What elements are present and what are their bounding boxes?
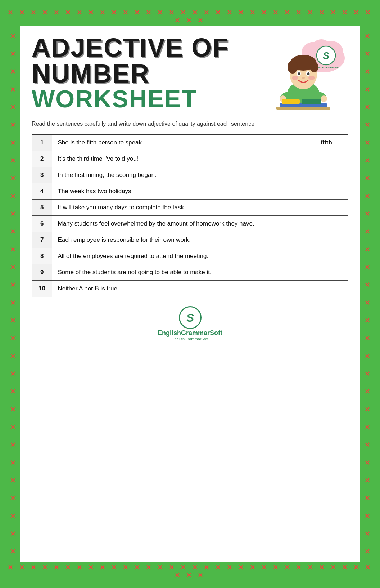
svg-rect-27	[276, 107, 330, 110]
row-number: 1	[32, 134, 52, 151]
svg-rect-26	[302, 99, 321, 104]
worksheet-table: 1She is the fifth person to speakfifth2I…	[32, 134, 348, 297]
row-answer	[305, 216, 348, 232]
row-answer	[305, 183, 348, 200]
row-sentence: All of the employees are required to att…	[52, 248, 305, 264]
svg-point-20	[307, 72, 310, 75]
bottom-border: ✕ ✕ ✕ ✕ ✕ ✕ ✕ ✕ ✕ ✕ ✕ ✕ ✕ ✕ ✕ ✕ ✕ ✕ ✕ ✕ …	[7, 562, 373, 581]
table-row: 5It will take you many days to complete …	[32, 200, 348, 216]
table-row: 1She is the fifth person to speakfifth	[32, 134, 348, 151]
row-number: 3	[32, 167, 52, 183]
row-number: 4	[32, 183, 52, 200]
title-sub: WORKSHEET	[32, 86, 269, 111]
row-number: 9	[32, 264, 52, 281]
row-answer	[305, 264, 348, 281]
row-answer	[305, 248, 348, 264]
table-row: 2It's the third time I've told you!	[32, 151, 348, 167]
top-border: ✕ ✕ ✕ ✕ ✕ ✕ ✕ ✕ ✕ ✕ ✕ ✕ ✕ ✕ ✕ ✕ ✕ ✕ ✕ ✕ …	[7, 7, 373, 26]
row-sentence: It's the third time I've told you!	[52, 151, 305, 167]
left-border: ✕✕✕✕✕ ✕✕✕✕✕ ✕✕✕✕✕ ✕✕✕✕✕ ✕✕✕✕✕ ✕✕✕✕✕	[7, 26, 18, 562]
row-sentence: She is the fifth person to speak	[52, 134, 305, 151]
table-row: 6Many students feel overwhelmed by the a…	[32, 216, 348, 232]
svg-point-22	[308, 76, 315, 80]
character-illustration	[269, 42, 338, 114]
svg-text:S: S	[186, 311, 194, 324]
footer-logo: S EnglishGrammarSoft EnglishGrammarSoft	[32, 306, 348, 344]
footer-brand-name: EnglishGrammarSoft	[158, 329, 222, 337]
table-row: 9Some of the students are not going to b…	[32, 264, 348, 281]
right-border: ✕✕✕✕✕ ✕✕✕✕✕ ✕✕✕✕✕ ✕✕✕✕✕ ✕✕✕✕✕ ✕✕✕✕✕	[362, 26, 373, 562]
row-number: 8	[32, 248, 52, 264]
row-sentence: It will take you many days to complete t…	[52, 200, 305, 216]
row-number: 10	[32, 281, 52, 297]
table-row: 8All of the employees are required to at…	[32, 248, 348, 264]
row-answer	[305, 167, 348, 183]
table-row: 10Neither A nor B is true.	[32, 281, 348, 297]
svg-point-16	[310, 62, 318, 72]
content-with-sides: ✕✕✕✕✕ ✕✕✕✕✕ ✕✕✕✕✕ ✕✕✕✕✕ ✕✕✕✕✕ ✕✕✕✕✕ ADJE…	[7, 26, 373, 562]
title-line1: ADJECTIVE OF	[32, 35, 269, 61]
row-answer	[305, 200, 348, 216]
footer-logo-icon: S	[178, 306, 202, 329]
table-row: 3In the first inning, the scoring began.	[32, 167, 348, 183]
row-answer	[305, 281, 348, 297]
row-sentence: The week has two holidays.	[52, 183, 305, 200]
row-number: 7	[32, 232, 52, 248]
svg-rect-25	[282, 99, 300, 104]
title-area: ADJECTIVE OF NUMBER WORKSHEET	[32, 35, 269, 111]
row-number: 2	[32, 151, 52, 167]
instructions-text: Read the sentences carefully and write d…	[32, 120, 348, 128]
main-content: ADJECTIVE OF NUMBER WORKSHEET	[20, 26, 360, 562]
svg-point-11	[321, 95, 327, 102]
row-answer	[305, 151, 348, 167]
table-row: 4The week has two holidays.	[32, 183, 348, 200]
row-number: 6	[32, 216, 52, 232]
row-sentence: Some of the students are not going to be…	[52, 264, 305, 281]
svg-point-21	[292, 76, 298, 80]
page-container: ✕ ✕ ✕ ✕ ✕ ✕ ✕ ✕ ✕ ✕ ✕ ✕ ✕ ✕ ✕ ✕ ✕ ✕ ✕ ✕ …	[7, 7, 373, 581]
title-line2: NUMBER	[32, 61, 269, 86]
row-answer: fifth	[305, 134, 348, 151]
svg-point-15	[288, 61, 298, 74]
row-answer	[305, 232, 348, 248]
header-section: ADJECTIVE OF NUMBER WORKSHEET	[32, 35, 348, 114]
svg-point-23	[302, 77, 305, 79]
svg-point-19	[298, 72, 300, 75]
table-row: 7Each employee is responsible for their …	[32, 232, 348, 248]
footer-brand-small: EnglishGrammarSoft	[172, 337, 208, 341]
row-sentence: Each employee is responsible for their o…	[52, 232, 305, 248]
row-sentence: Many students feel overwhelmed by the am…	[52, 216, 305, 232]
row-number: 5	[32, 200, 52, 216]
row-sentence: Neither A nor B is true.	[52, 281, 305, 297]
row-sentence: In the first inning, the scoring began.	[52, 167, 305, 183]
